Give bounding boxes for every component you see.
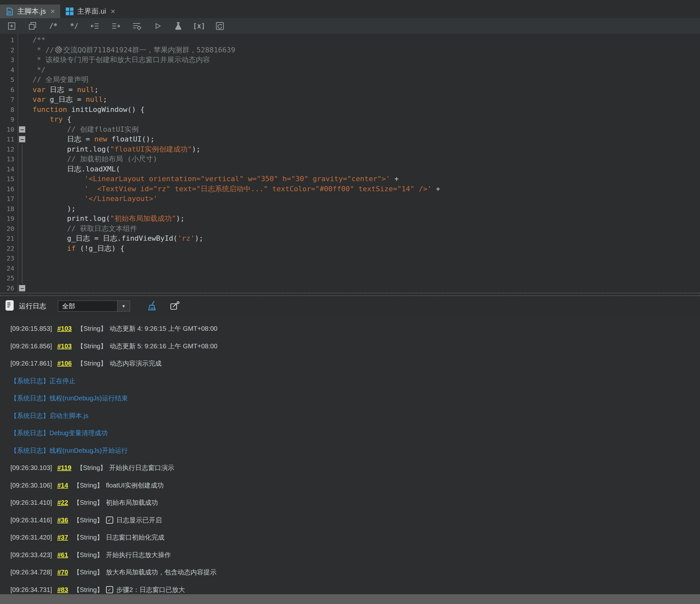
log-line-link[interactable]: #37: [57, 534, 68, 541]
log-message: floatUI实例创建成功: [106, 481, 164, 490]
copy-icon[interactable]: [27, 20, 39, 32]
code-token: * 该模块专门用于创建和放大日志窗口并展示动态内容: [32, 56, 210, 64]
log-timestamp: [09:26:31.416]: [10, 517, 52, 524]
dropdown-arrow-button[interactable]: ▼: [117, 301, 130, 311]
code-token: [32, 244, 67, 252]
check-mark: ✓: [108, 587, 111, 592]
log-line-link[interactable]: #14: [57, 482, 68, 489]
collapse-fold-icon[interactable]: −: [19, 126, 25, 133]
line-number: 4: [0, 65, 14, 75]
log-line-link[interactable]: #70: [57, 569, 68, 576]
log-line-link[interactable]: #119: [57, 464, 71, 472]
code-token: 日志 =: [46, 85, 77, 94]
line-number: 8: [0, 105, 14, 115]
line-number: 11: [0, 134, 14, 145]
fold-gutter-row: [18, 45, 31, 55]
log-line-link[interactable]: #103: [57, 343, 72, 350]
fold-gutter-row: [18, 214, 31, 224]
line-number: 5: [0, 75, 14, 85]
code-token: '</LinearLayout>': [84, 195, 157, 203]
indent-icon[interactable]: [110, 20, 122, 32]
log-timestamp: [09:26:31.420]: [10, 534, 52, 541]
code-token: var: [32, 85, 46, 94]
new-file-icon[interactable]: [6, 20, 18, 32]
code-content[interactable]: /** * //交流QQ群711841924群一，苹果内测群，528816639…: [31, 34, 700, 293]
code-token: print.log(: [32, 145, 110, 153]
caret-down-icon: ▼: [122, 304, 126, 309]
code-token: );: [176, 215, 185, 223]
line-number: 22: [0, 244, 14, 254]
log-line-link[interactable]: #22: [57, 499, 68, 506]
line-number: 18: [0, 204, 14, 214]
test-flask-icon[interactable]: [172, 20, 184, 32]
line-number: 20: [0, 224, 14, 234]
log-timestamp: [09:26:34.728]: [10, 569, 52, 576]
code-line: // 加载初始布局 (小尺寸): [32, 154, 700, 164]
comment-end-icon[interactable]: */: [68, 20, 80, 32]
system-log-text: 【系统日志】正在停止: [10, 377, 75, 385]
fold-gutter-row: [18, 164, 31, 174]
log-type-tag: 【String】: [77, 359, 107, 368]
line-number: 17: [0, 194, 14, 204]
system-log-text: 【系统日志】启动主脚本.js: [10, 411, 89, 420]
close-tab-icon[interactable]: ×: [110, 7, 115, 15]
fold-gutter-row: [18, 233, 31, 244]
code-token: [32, 115, 50, 123]
outdent-icon[interactable]: [89, 20, 101, 32]
code-line: // 全局变量声明: [32, 75, 700, 85]
run-icon[interactable]: [152, 20, 163, 32]
bottom-scrollbar[interactable]: [0, 594, 700, 604]
code-token: );: [195, 234, 204, 242]
editor-tab[interactable]: JS主脚本.js×: [0, 4, 60, 18]
log-line-link[interactable]: #61: [57, 551, 68, 559]
log-panel-header: 运行日志 全部 ▼: [0, 296, 700, 316]
popout-icon: [169, 300, 181, 312]
log-filter-dropdown[interactable]: 全部 ▼: [58, 301, 130, 311]
log-entry: 【系统日志】Debug变量清理成功: [10, 425, 700, 442]
log-type-tag: 【String】: [73, 498, 103, 507]
log-line-link[interactable]: #106: [57, 360, 72, 367]
fold-gutter-row: [18, 145, 31, 154]
code-line: * 该模块专门用于创建和放大日志窗口并展示动态内容: [32, 55, 700, 65]
log-type-tag: 【String】: [77, 342, 107, 351]
popout-log-button[interactable]: [169, 300, 181, 312]
log-entry: [09:26:31.416]#36【String】✓日志显示已开启: [10, 512, 700, 529]
fold-gutter-row: [18, 253, 31, 263]
checkbox-icon: ✓: [106, 517, 113, 524]
variables-icon[interactable]: [x]: [193, 20, 205, 32]
panel-splitter[interactable]: [0, 293, 700, 296]
clear-log-button[interactable]: [146, 300, 159, 312]
code-token: print.log(: [32, 215, 110, 223]
log-entries[interactable]: [09:26:15.853]#103【String】动态更新 4: 9:26:1…: [0, 316, 700, 598]
collapse-fold-icon[interactable]: −: [19, 136, 25, 143]
code-token: ;: [103, 95, 107, 103]
format-code-icon[interactable]: [131, 20, 143, 32]
code-line: /**: [32, 35, 700, 45]
log-line-link[interactable]: #103: [57, 325, 72, 332]
log-type-tag: 【String】: [73, 585, 103, 594]
log-line-link[interactable]: #83: [57, 586, 68, 594]
log-timestamp: [09:26:17.861]: [10, 360, 52, 367]
log-line-link[interactable]: #36: [57, 517, 68, 524]
fold-gutter-row: [18, 263, 31, 274]
code-line: var g_日志 = null;: [32, 95, 700, 105]
code-line: ' <TextView id="rz" text="日志系统启动中..." te…: [32, 184, 700, 194]
fold-gutter-row: [18, 174, 31, 184]
line-number: 9: [0, 115, 14, 125]
fold-gutter-row: [18, 95, 31, 105]
code-editor[interactable]: 1234567891011121314151617181920212223242…: [0, 34, 700, 293]
comment-start-icon[interactable]: /*: [48, 20, 59, 32]
tab-bar: JS主脚本.js×主界面.ui×: [0, 0, 700, 18]
line-number: 2: [0, 45, 14, 55]
log-type-tag: 【String】: [73, 551, 103, 559]
editor-tab[interactable]: 主界面.ui×: [60, 4, 120, 18]
line-number: 12: [0, 145, 14, 154]
line-number: 15: [0, 174, 14, 184]
close-tab-icon[interactable]: ×: [50, 7, 55, 15]
code-token: 日志.loadXML(: [32, 165, 120, 173]
collapse-fold-icon[interactable]: −: [19, 285, 25, 292]
code-token: null: [77, 85, 94, 94]
line-number: 6: [0, 85, 14, 95]
log-entry: 【系统日志】启动主脚本.js: [10, 407, 700, 425]
reset-icon[interactable]: [214, 20, 226, 32]
